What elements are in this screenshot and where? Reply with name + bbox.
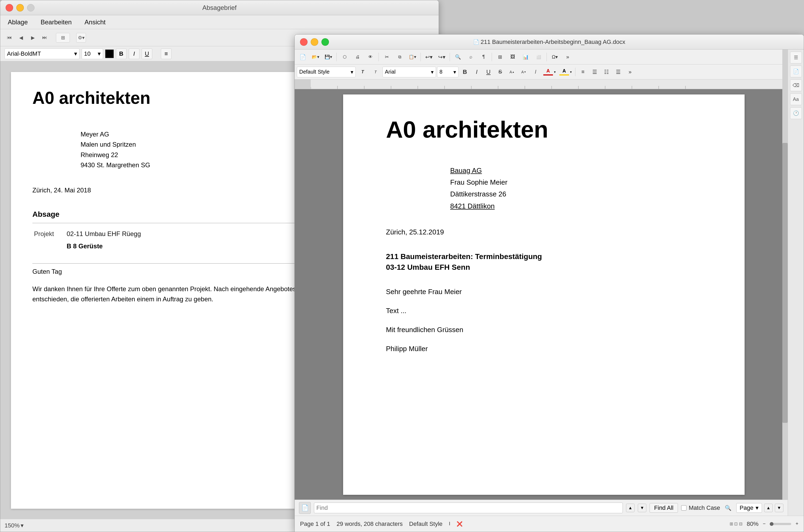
back-zoom-control[interactable]: 150% ▾ <box>4 522 23 529</box>
zoom-slider[interactable] <box>770 523 791 525</box>
align-center-button[interactable]: ☰ <box>589 66 600 77</box>
underline-button-front[interactable]: U <box>483 66 494 77</box>
front-addr-line3: Dättikerstrasse 26 <box>450 188 712 200</box>
close-button[interactable] <box>6 4 13 12</box>
ruler-content <box>311 79 804 89</box>
underline-button[interactable]: U <box>141 49 152 59</box>
last-page-button[interactable]: ⏭ <box>40 33 50 42</box>
bold-button-front[interactable]: B <box>460 66 470 77</box>
find-replace-button[interactable]: ⌕ <box>465 52 477 62</box>
match-case-checkbox[interactable] <box>681 505 687 511</box>
text-style-TT-button[interactable]: T <box>357 66 368 77</box>
menu-ansicht[interactable]: Ansicht <box>82 17 108 27</box>
save-button[interactable]: 💾▾ <box>323 52 334 62</box>
align-button[interactable]: ≡ <box>161 49 172 59</box>
redo-button[interactable]: ↪▾ <box>436 52 447 62</box>
font-name-selector[interactable]: Arial ▾ <box>382 66 436 77</box>
style-selector[interactable]: Default Style ▾ <box>297 66 356 77</box>
status-right: ⊞ ⊡ ⊟ 80% − + <box>730 520 798 528</box>
find-all-button[interactable]: Find All <box>650 503 678 513</box>
italic-button-front[interactable]: I <box>471 66 482 77</box>
strikethrough-button[interactable]: S <box>495 66 505 77</box>
maximize-button[interactable] <box>27 4 35 12</box>
font-size-selector-front[interactable]: 8 ▾ <box>437 66 458 77</box>
align-right-button[interactable]: ☷ <box>601 66 612 77</box>
style-sidebar-button[interactable]: ⌫ <box>790 79 802 91</box>
menu-bearbeiten[interactable]: Bearbeiten <box>39 17 74 27</box>
front-subject-1: 211 Baumeisterarbeiten: Terminbestätigun… <box>386 252 712 261</box>
highlight-color-dropdown-icon: ▾ <box>570 70 572 74</box>
paste-button[interactable]: 📋▾ <box>406 52 418 62</box>
page-label-dropdown[interactable]: Page ▾ <box>736 503 762 513</box>
font-color-button[interactable]: A ▾ <box>542 66 557 77</box>
settings-button[interactable]: ⚙▾ <box>76 33 86 42</box>
back-zoom-stepper[interactable]: ▾ <box>21 522 23 529</box>
menu-ablage[interactable]: Ablage <box>6 17 30 27</box>
find-button[interactable]: 🔍 <box>452 52 464 62</box>
highlight-color-button[interactable]: A ▾ <box>558 66 573 77</box>
prev-page-button[interactable]: ◀ <box>16 33 26 42</box>
find-search-icon[interactable]: 🔍 <box>724 503 733 513</box>
align-left-button[interactable]: ≡ <box>578 66 588 77</box>
insert-chart-button[interactable]: 📊 <box>520 52 532 62</box>
front-document-area: A0 architekten Bauag AG Frau Sophie Meie… <box>295 89 804 500</box>
export-pdf-button[interactable]: ⬡ <box>339 52 351 62</box>
font-name: Arial-BoldMT <box>7 50 41 57</box>
font-selector[interactable]: Arial-BoldMT ▾ <box>4 49 79 59</box>
more-button[interactable]: » <box>562 52 574 62</box>
open-button[interactable]: 📂▾ <box>310 52 322 62</box>
insert-image-button[interactable]: 🖼 <box>507 52 519 62</box>
find-input-wrapper[interactable] <box>314 502 623 513</box>
bold-button[interactable]: B <box>116 49 127 59</box>
front-window-title: 211 Baumeisterarbeiten-Arbeitsbeginn_Bau… <box>481 39 626 45</box>
page-sidebar-button[interactable]: 📄 <box>790 65 802 77</box>
insert-frame-button[interactable]: ⬜ <box>533 52 544 62</box>
undo-button[interactable]: ↩▾ <box>423 52 435 62</box>
front-minimize-button[interactable] <box>311 38 318 46</box>
find-next-button[interactable]: ▼ <box>638 504 646 512</box>
new-doc-button[interactable]: 📄 <box>297 52 309 62</box>
front-date: Zürich, 25.12.2019 <box>386 228 712 236</box>
word-count-status: 29 words, 208 characters <box>337 520 403 528</box>
special-char-button[interactable]: Ω▾ <box>549 52 561 62</box>
minimize-button[interactable] <box>16 4 24 12</box>
front-maximize-button[interactable] <box>322 38 329 46</box>
front-body-text: Text ... <box>386 307 712 315</box>
properties-sidebar-button[interactable]: ☰ <box>790 52 802 63</box>
vertical-scrollbar[interactable] <box>782 50 788 516</box>
next-page-button[interactable]: ▶ <box>28 33 38 42</box>
front-recipient-address: Bauag AG Frau Sophie Meier Dättikerstras… <box>450 165 712 212</box>
zoom-plus-button[interactable]: + <box>796 521 798 527</box>
track-changes-button[interactable]: 🕐 <box>790 107 802 119</box>
front-close-button[interactable] <box>300 38 308 46</box>
text-style-T-button[interactable]: T <box>370 66 381 77</box>
format-sep-1 <box>575 68 575 76</box>
style-dropdown-icon: ▾ <box>351 69 353 75</box>
page-prev-button[interactable]: ▲ <box>764 504 773 512</box>
superscript-button[interactable]: A▲ <box>506 66 517 77</box>
front-page[interactable]: A0 architekten Bauag AG Frau Sophie Meie… <box>343 94 745 495</box>
paragraph-button[interactable]: ¶ <box>478 52 490 62</box>
find-prev-button[interactable]: ▲ <box>626 504 635 512</box>
table-button[interactable]: ⊞ <box>494 52 506 62</box>
format-more-button[interactable]: » <box>625 66 635 77</box>
font-size-selector[interactable]: 10 ▾ <box>82 49 103 59</box>
italic-alt-button[interactable]: I <box>530 66 541 77</box>
copy-button[interactable]: ⧉ <box>394 52 405 62</box>
justify-button[interactable]: ☰ <box>613 66 624 77</box>
preview-button[interactable]: 👁 <box>365 52 376 62</box>
find-input[interactable] <box>317 505 620 511</box>
view-button[interactable]: ⊞ <box>56 33 70 42</box>
print-button[interactable]: 🖨 <box>352 52 363 62</box>
format-sidebar-button[interactable]: Aa <box>790 93 802 105</box>
color-picker[interactable] <box>105 50 114 58</box>
toolbar-sep-6 <box>547 53 547 61</box>
first-page-button[interactable]: ⏮ <box>4 33 14 42</box>
scrollbar-thumb[interactable] <box>782 143 788 423</box>
italic-button[interactable]: I <box>129 49 139 59</box>
zoom-minus-button[interactable]: − <box>763 521 766 527</box>
cut-button[interactable]: ✂ <box>381 52 393 62</box>
subscript-button[interactable]: A▼ <box>518 66 529 77</box>
page-next-button[interactable]: ▼ <box>775 504 783 512</box>
match-case-wrapper: Match Case <box>681 505 720 511</box>
